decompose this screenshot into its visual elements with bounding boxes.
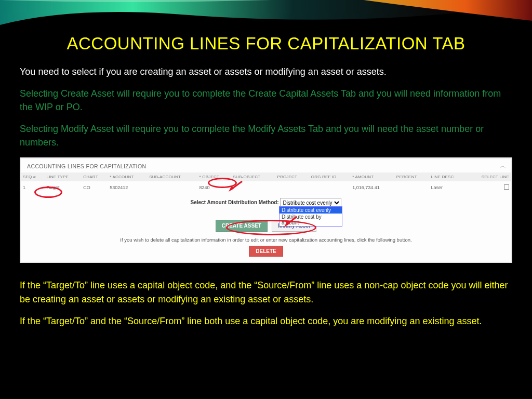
delete-button[interactable]: DELETE [249, 246, 283, 257]
cell-sub-account [147, 181, 197, 194]
panel-title: ACCOUNTING LINES FOR CAPITALIZATION [27, 163, 146, 169]
cell-seq: 1 [21, 181, 45, 194]
page-title: ACCOUNTING LINES FOR CAPITALIZATION TAB [20, 34, 512, 54]
col-line-desc: LINE DESC [429, 172, 467, 181]
col-account: * ACCOUNT [108, 172, 147, 181]
col-seq: SEQ # [21, 172, 45, 181]
accounting-lines-panel: ACCOUNTING LINES FOR CAPITALIZATION ︿ SE… [20, 157, 512, 263]
cell-org-ref [309, 181, 350, 194]
table-row: 1 Target CO 5302412 8240 1,016,734.41 La… [21, 181, 511, 194]
distribution-option[interactable]: Distribute cost evenly [280, 207, 342, 214]
col-percent: PERCENT [394, 172, 429, 181]
cell-chart: CO [81, 181, 108, 194]
footer-note-2: If the “Target/To” and the “Source/From”… [20, 314, 512, 328]
cell-line-desc: Laser [429, 181, 467, 194]
col-object: * OBJECT [197, 172, 231, 181]
col-sub-object: SUB-OBJECT [231, 172, 275, 181]
delete-note: If you wish to delete all capitalization… [21, 235, 511, 246]
cell-amount: 1,016,734.41 [350, 181, 394, 194]
cell-object: 8240 [197, 181, 231, 194]
footer-note-1: If the “Target/To” line uses a capital o… [20, 278, 512, 305]
create-asset-button[interactable]: CREATE ASSET [216, 220, 268, 232]
intro-text: You need to select if you are creating a… [20, 65, 512, 78]
distribution-label: Select Amount Distribution Method: [191, 200, 279, 205]
cell-project [275, 181, 309, 194]
col-sub-account: SUB-ACCOUNT [147, 172, 197, 181]
col-project: PROJECT [275, 172, 309, 181]
cell-line-type: Target [45, 181, 82, 194]
modify-asset-note: Selecting Modify Asset will require you … [20, 122, 512, 149]
col-org-ref: ORG REF ID [309, 172, 350, 181]
select-line-checkbox[interactable] [504, 184, 509, 190]
distribution-row: Select Amount Distribution Method: Distr… [21, 194, 511, 209]
col-line-type: LINE TYPE [45, 172, 82, 181]
col-select-line: SELECT LINE [467, 172, 511, 181]
cell-account: 5302412 [108, 181, 147, 194]
collapse-icon[interactable]: ︿ [500, 162, 506, 170]
col-amount: * AMOUNT [350, 172, 394, 181]
distribution-option[interactable]: Distribute cost by amount [280, 214, 342, 226]
cell-percent [394, 181, 429, 194]
col-chart: CHART [81, 172, 108, 181]
create-asset-note: Selecting Create Asset will require you … [20, 87, 512, 114]
distribution-dropdown-open: Distribute cost evenly Distribute cost b… [279, 206, 342, 227]
cell-sub-object [231, 181, 275, 194]
accounting-lines-table: SEQ # LINE TYPE CHART * ACCOUNT SUB-ACCO… [21, 172, 511, 194]
